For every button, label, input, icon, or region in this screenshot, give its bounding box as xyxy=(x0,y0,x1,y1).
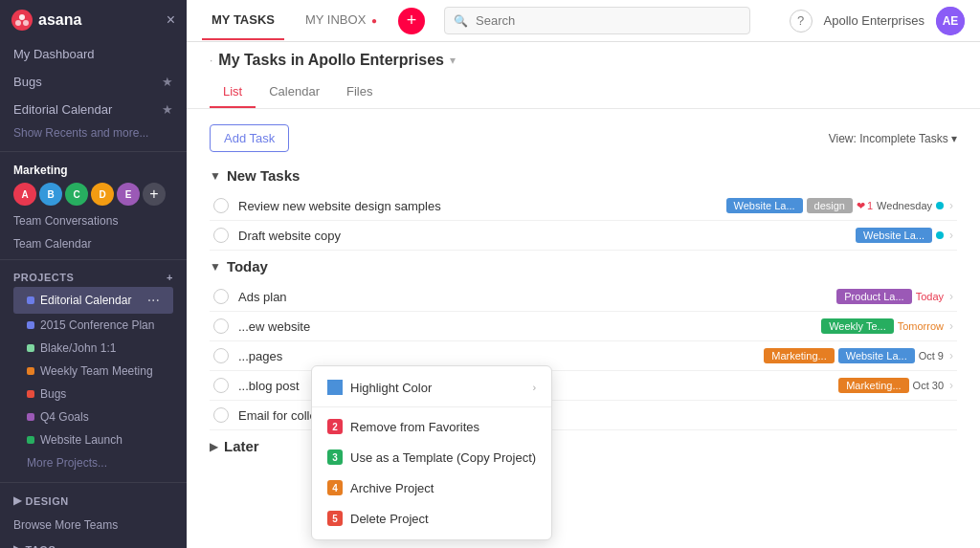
menu-item-number-badge: 4 xyxy=(327,480,343,495)
design-label: DESIGN xyxy=(26,495,69,507)
browse-teams-link[interactable]: Browse More Teams xyxy=(0,515,187,536)
task-arrow-icon[interactable]: › xyxy=(949,290,953,303)
tab-list[interactable]: List xyxy=(210,77,256,108)
section-divider xyxy=(0,482,187,483)
task-tags: Website La... design ❤ 1 Wednesday › xyxy=(726,198,953,213)
project-label: Editorial Calendar xyxy=(40,294,131,307)
team-conversations-link[interactable]: Team Conversations xyxy=(0,209,187,232)
task-checkbox[interactable] xyxy=(213,407,229,423)
page-title: My Tasks in Apollo Enterprises xyxy=(218,52,444,69)
close-sidebar-button[interactable]: × xyxy=(167,11,175,29)
page-title-dropdown-icon[interactable]: ▾ xyxy=(450,54,456,67)
menu-item-label: Highlight Color xyxy=(350,381,432,395)
menu-item-remove-favorites[interactable]: 2 Remove from Favorites xyxy=(312,411,551,442)
tab-my-inbox[interactable]: MY INBOX ● xyxy=(296,1,387,40)
project-color-dot xyxy=(27,321,34,329)
tab-files[interactable]: Files xyxy=(333,77,386,108)
tag: Product La... xyxy=(836,289,911,304)
task-name: ...pages xyxy=(238,349,754,363)
chevron-right-icon: ▶ xyxy=(13,494,22,507)
more-projects-link[interactable]: More Projects... xyxy=(13,451,173,474)
menu-item-label: Delete Project xyxy=(350,512,429,526)
menu-item-use-template[interactable]: 3 Use as a Template (Copy Project) xyxy=(312,442,551,472)
add-task-button[interactable]: Add Task xyxy=(210,124,289,152)
project-more-icon[interactable]: ··· xyxy=(147,292,160,309)
help-button[interactable]: ? xyxy=(790,10,813,33)
task-indicator xyxy=(936,231,944,239)
user-avatar: AE xyxy=(936,7,965,35)
asana-logo-text: asana xyxy=(38,11,81,29)
project-label: Bugs xyxy=(40,387,66,401)
sidebar-item-blake-john[interactable]: Blake/John 1:1 xyxy=(13,337,173,360)
task-arrow-icon[interactable]: › xyxy=(949,229,953,242)
page-title-row: · My Tasks in Apollo Enterprises ▾ xyxy=(210,52,957,69)
menu-item-archive-project[interactable]: 4 Archive Project xyxy=(312,472,551,503)
user-name: Apollo Enterprises xyxy=(824,13,925,28)
search-bar: 🔍 xyxy=(444,7,750,34)
team-calendar-link[interactable]: Team Calendar xyxy=(0,232,187,255)
project-label: Weekly Team Meeting xyxy=(40,364,153,378)
sidebar-item-bugs[interactable]: Bugs ★ xyxy=(0,68,187,96)
project-color-dot xyxy=(27,436,34,444)
tab-calendar[interactable]: Calendar xyxy=(256,77,333,108)
project-color-dot xyxy=(27,367,34,375)
section-toggle-icon[interactable]: ▼ xyxy=(210,169,221,183)
svg-point-2 xyxy=(23,20,29,26)
sidebar-item-editorial[interactable]: Editorial Calendar ★ xyxy=(0,96,187,123)
avatar: A xyxy=(13,183,36,206)
sidebar-item-bugs[interactable]: Bugs xyxy=(13,383,173,406)
star-icon: ★ xyxy=(162,102,173,117)
menu-item-number-badge: 3 xyxy=(327,449,343,465)
design-section: ▶ DESIGN xyxy=(0,487,187,515)
add-button[interactable]: + xyxy=(398,8,425,34)
task-checkbox[interactable] xyxy=(213,378,229,393)
task-arrow-icon[interactable]: › xyxy=(949,379,953,392)
page-header: · My Tasks in Apollo Enterprises ▾ List … xyxy=(187,42,980,109)
task-checkbox[interactable] xyxy=(213,228,229,243)
task-tags: Marketing... Oct 30 › xyxy=(838,378,953,393)
search-input[interactable] xyxy=(444,7,750,34)
sidebar-item-weekly-meeting[interactable]: Weekly Team Meeting xyxy=(13,360,173,383)
new-tasks-section-header: ▼ New Tasks xyxy=(210,167,957,184)
sidebar-item-website-launch[interactable]: Website Launch xyxy=(13,428,173,451)
project-label: Blake/John 1:1 xyxy=(40,341,116,355)
task-checkbox[interactable] xyxy=(213,198,229,213)
today-section-header: ▼ Today xyxy=(210,258,957,274)
view-selector[interactable]: View: Incomplete Tasks ▾ xyxy=(829,132,957,145)
task-checkbox[interactable] xyxy=(213,348,229,363)
sidebar-item-conference-plan[interactable]: 2015 Conference Plan xyxy=(13,314,173,337)
svg-point-1 xyxy=(15,20,21,26)
design-section-header[interactable]: ▶ DESIGN xyxy=(13,494,173,507)
sidebar-item-dashboard[interactable]: My Dashboard xyxy=(0,40,187,68)
content-area: Add Task View: Incomplete Tasks ▾ ▼ New … xyxy=(187,109,980,548)
task-checkbox[interactable] xyxy=(213,318,229,334)
add-project-icon[interactable]: + xyxy=(167,272,173,283)
add-member-button[interactable]: + xyxy=(143,183,166,206)
task-tags: Marketing... Website La... Oct 9 › xyxy=(764,348,953,363)
menu-item-delete-project[interactable]: 5 Delete Project xyxy=(312,503,551,534)
section-toggle-icon[interactable]: ▶ xyxy=(210,440,218,453)
task-arrow-icon[interactable]: › xyxy=(949,319,953,333)
new-tasks-title: New Tasks xyxy=(227,167,300,184)
menu-item-highlight-color[interactable]: Highlight Color › xyxy=(312,372,551,403)
tag: Website La... xyxy=(726,198,803,213)
tags-header[interactable]: ▶ Tags xyxy=(13,543,173,548)
context-menu: Highlight Color › 2 Remove from Favorite… xyxy=(311,365,552,540)
star-icon: ★ xyxy=(162,75,173,89)
due-date: Today xyxy=(916,291,944,302)
tags-section: ▶ Tags xyxy=(0,536,187,548)
project-label: Website Launch xyxy=(40,433,122,447)
show-recents-link[interactable]: Show Recents and more... xyxy=(0,123,187,147)
team-avatars: A B C D E + xyxy=(13,183,173,206)
task-arrow-icon[interactable]: › xyxy=(949,199,953,212)
task-tags: Product La... Today › xyxy=(836,289,953,304)
sidebar-item-q4-goals[interactable]: Q4 Goals xyxy=(13,406,173,428)
task-arrow-icon[interactable]: › xyxy=(949,349,953,362)
top-bar: MY TASKS MY INBOX ● + 🔍 ? Apollo Enterpr… xyxy=(187,0,980,42)
task-checkbox[interactable] xyxy=(213,289,229,304)
sidebar-item-editorial-calendar[interactable]: Editorial Calendar ··· xyxy=(13,287,173,314)
section-toggle-icon[interactable]: ▼ xyxy=(210,260,221,274)
tab-my-tasks[interactable]: MY TASKS xyxy=(202,1,284,40)
content-toolbar: Add Task View: Incomplete Tasks ▾ xyxy=(210,124,957,152)
due-date: Tomorrow xyxy=(898,320,944,332)
